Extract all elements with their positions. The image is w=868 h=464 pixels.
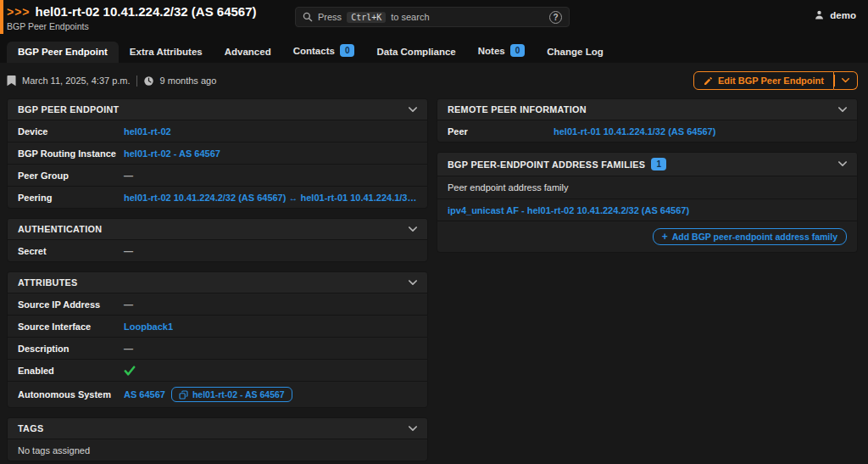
row-secret: Secret — (8, 239, 427, 261)
search-icon (303, 12, 313, 22)
edit-dropdown-toggle[interactable] (834, 71, 858, 90)
global-search-input[interactable]: Press Ctrl+K to search ? (295, 7, 570, 27)
panel-remote-peer-information: REMOTE PEER INFORMATION Peer hel01-rt-01… (437, 98, 858, 143)
search-hint-press: Press (318, 12, 342, 22)
source-interface-link[interactable]: Loopback1 (124, 321, 173, 332)
right-column: REMOTE PEER INFORMATION Peer hel01-rt-01… (437, 98, 858, 262)
address-families-count-badge: 1 (651, 158, 666, 171)
plus-icon: + (662, 232, 668, 241)
panel-header-address-families[interactable]: BGP PEER-ENDPOINT ADDRESS FAMILIES 1 (437, 153, 857, 176)
panel-title: AUTHENTICATION (18, 224, 102, 234)
routing-instance-relationship-badge[interactable]: hel01-rt-02 - AS 64567 (171, 387, 292, 402)
row-peer-group: Peer Group — (8, 164, 427, 186)
tab-bgp-peer-endpoint[interactable]: BGP Peer Endpoint (7, 42, 119, 63)
tab-extra-attributes[interactable]: Extra Attributes (119, 42, 214, 63)
tab-label: Contacts (293, 46, 335, 56)
accent-bar (0, 0, 3, 34)
field-label: Enabled (18, 366, 124, 376)
contacts-count-badge: 0 (340, 44, 355, 57)
field-label: Peer (448, 126, 554, 137)
row-address-family: ipv4_unicast AF - hel01-rt-02 10.41.224.… (437, 198, 857, 221)
help-icon[interactable]: ? (549, 11, 562, 24)
chevron-down-icon (409, 226, 417, 232)
tab-label: Advanced (225, 47, 271, 57)
left-column: BGP PEER ENDPOINT Device hel01-rt-02 BGP… (7, 98, 428, 464)
empty-value: — (124, 299, 133, 310)
empty-value: — (124, 344, 133, 354)
chevron-down-icon (838, 161, 847, 167)
relationship-icon (179, 390, 188, 400)
edit-button-group: Edit BGP Peer Endpoint (693, 71, 858, 90)
row-source-interface: Source Interface Loopback1 (8, 315, 427, 337)
user-icon (814, 9, 825, 20)
row-enabled: Enabled (8, 359, 427, 381)
chevron-down-icon (409, 107, 417, 113)
user-menu[interactable]: demo (814, 9, 856, 20)
autonomous-system-link[interactable]: AS 64567 (124, 389, 165, 400)
page-title: hel01-rt-02 10.41.224.2/32 (AS 64567) (36, 4, 257, 19)
address-family-column-header: Peer endpoint address family (437, 176, 857, 198)
address-families-footer: + Add BGP peer-endpoint address family (437, 221, 857, 252)
panel-title: REMOTE PEER INFORMATION (448, 104, 587, 115)
panel-title: BGP PEER-ENDPOINT ADDRESS FAMILIES (448, 159, 645, 170)
panel-attributes: ATTRIBUTES Source IP Address — Source In… (7, 271, 428, 408)
two-column-layout: BGP PEER ENDPOINT Device hel01-rt-02 BGP… (7, 98, 858, 464)
panel-bgp-peer-endpoint: BGP PEER ENDPOINT Device hel01-rt-02 BGP… (7, 98, 428, 209)
remote-peer-link[interactable]: hel01-rt-01 10.41.224.1/32 (AS 64567) (554, 126, 715, 137)
created-timestamp: March 11, 2025, 4:37 p.m. (22, 75, 131, 86)
field-label: Peering (18, 193, 124, 203)
panel-header-remote-peer-information[interactable]: REMOTE PEER INFORMATION (437, 99, 857, 120)
search-kbd-shortcut: Ctrl+K (347, 12, 386, 23)
empty-value: — (124, 246, 133, 256)
routing-instance-link[interactable]: hel01-rt-02 - AS 64567 (124, 148, 220, 159)
panel-header-attributes[interactable]: ATTRIBUTES (8, 272, 427, 293)
add-address-family-button[interactable]: + Add BGP peer-endpoint address family (653, 228, 847, 245)
chevron-down-icon (842, 78, 849, 83)
breadcrumb[interactable]: BGP Peer Endpoints (7, 21, 257, 31)
object-meta-row: March 11, 2025, 4:37 p.m. 9 months ago E… (7, 71, 858, 90)
panel-title: TAGS (18, 423, 43, 433)
tab-bar: BGP Peer Endpoint Extra Attributes Advan… (0, 39, 868, 63)
panel-tags: TAGS No tags assigned (7, 417, 428, 461)
field-label: Secret (18, 246, 124, 256)
device-link[interactable]: hel01-rt-02 (124, 126, 171, 137)
row-source-ip-address: Source IP Address — (8, 293, 427, 315)
tab-advanced[interactable]: Advanced (214, 42, 282, 63)
tab-change-log[interactable]: Change Log (536, 42, 614, 63)
row-no-tags: No tags assigned (8, 439, 427, 461)
chevron-down-icon (409, 280, 417, 286)
add-address-family-label: Add BGP peer-endpoint address family (672, 232, 837, 242)
field-label: Device (18, 126, 124, 137)
panel-header-bgp-peer-endpoint[interactable]: BGP PEER ENDPOINT (8, 99, 427, 120)
field-label: Peer Group (18, 171, 124, 181)
panel-header-tags[interactable]: TAGS (8, 418, 427, 439)
panel-header-authentication[interactable]: AUTHENTICATION (8, 219, 427, 239)
field-label: BGP Routing Instance (18, 148, 124, 159)
row-autonomous-system: Autonomous System AS 64567 hel01-rt-02 -… (8, 381, 427, 407)
tab-label: Notes (478, 46, 505, 56)
tab-notes[interactable]: Notes0 (467, 39, 537, 63)
chevron-down-icon (409, 426, 417, 432)
created-bookmark-icon (7, 75, 16, 87)
row-device: Device hel01-rt-02 (8, 120, 427, 142)
title-chevrons-icon: >>> (7, 5, 31, 19)
tab-data-compliance[interactable]: Data Compliance (365, 42, 466, 63)
address-family-link[interactable]: ipv4_unicast AF - hel01-rt-02 10.41.224.… (448, 205, 689, 215)
tab-contacts[interactable]: Contacts0 (282, 39, 366, 63)
tab-label: Extra Attributes (130, 47, 203, 57)
user-name: demo (830, 10, 856, 20)
row-peer: Peer hel01-rt-01 10.41.224.1/32 (AS 6456… (437, 120, 857, 142)
top-bar: >>> hel01-rt-02 10.41.224.2/32 (AS 64567… (0, 0, 868, 39)
edit-bgp-peer-endpoint-button[interactable]: Edit BGP Peer Endpoint (693, 71, 834, 90)
panel-authentication: AUTHENTICATION Secret — (7, 218, 428, 262)
updated-clock-icon (143, 75, 154, 87)
tab-label: BGP Peer Endpoint (18, 47, 108, 57)
pencil-icon (704, 76, 713, 86)
relationship-badge-label: hel01-rt-02 - AS 64567 (192, 389, 285, 400)
row-bgp-routing-instance: BGP Routing Instance hel01-rt-02 - AS 64… (8, 142, 427, 164)
tab-label: Change Log (547, 47, 603, 57)
panel-title: BGP PEER ENDPOINT (18, 104, 120, 115)
row-description: Description — (8, 337, 427, 359)
panel-title: ATTRIBUTES (18, 277, 78, 288)
peering-link[interactable]: hel01-rt-02 10.41.224.2/32 (AS 64567) ↔ … (124, 193, 417, 203)
